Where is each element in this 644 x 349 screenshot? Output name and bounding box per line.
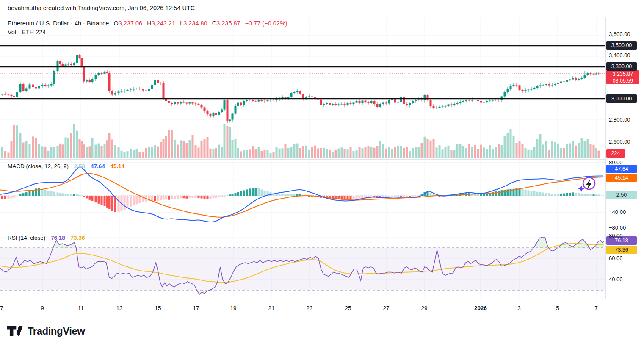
time-tick: 29	[421, 305, 427, 311]
axis-label: 3,600.00	[609, 30, 630, 38]
ohlc-low-value: 3,234.80	[183, 20, 207, 27]
macd-line-value: 47.64	[91, 163, 105, 169]
rsi-value: 76.18	[51, 235, 65, 241]
attribution-bar: bevahmutha created with TradingView.com,…	[0, 0, 644, 17]
macd-signal-value: 45.14	[110, 163, 124, 169]
time-tick: 23	[306, 305, 312, 311]
time-tick: 9	[41, 305, 44, 311]
ohlc-high-value: 3,243.21	[152, 20, 175, 27]
axis-label: −40.00	[609, 208, 626, 216]
time-tick: 21	[268, 305, 274, 311]
ohlc-open-value: 3,237.06	[119, 20, 142, 27]
time-tick: 15	[155, 305, 161, 311]
macd-signal-axis-badge: 45.14	[606, 174, 637, 182]
change-value: −0.77 (−0.02%)	[245, 20, 287, 27]
axis-label: −80.00	[609, 224, 626, 232]
macd-hist-axis-badge: 2.50	[606, 191, 637, 199]
ohlc-low-label: L	[180, 20, 183, 27]
time-tick: 27	[383, 305, 389, 311]
volume-axis-badge: 224	[606, 149, 625, 158]
current-price-badge: 3,235.87 03:05:59	[606, 70, 639, 84]
symbol-title: Ethereum / U.S. Dollar · 4h · Binance	[8, 20, 109, 27]
time-tick: 17	[193, 305, 199, 311]
ohlc-high-label: H	[147, 20, 151, 27]
time-tick: 2026	[474, 305, 487, 311]
axis-label: 40.00	[609, 276, 623, 283]
rsi-title: RSI (14, close)	[8, 235, 45, 241]
tradingview-mark-icon	[7, 325, 24, 338]
axis-label: 60.00	[609, 255, 623, 262]
time-tick: 7	[0, 305, 3, 311]
chart-area[interactable]: Ethereum / U.S. Dollar · 4h · Binance O3…	[0, 17, 644, 299]
ohlc-close-value: 3,235.87	[216, 20, 240, 27]
time-tick: 19	[230, 305, 236, 311]
rsi-ma-value: 73.36	[71, 235, 85, 241]
symbol-legend: Ethereum / U.S. Dollar · 4h · Binance O3…	[8, 20, 287, 27]
chart-canvas[interactable]	[0, 17, 644, 299]
axis-label: 2,800.00	[609, 116, 630, 124]
volume-legend: Vol · ETH 224	[8, 29, 46, 36]
attribution-text: bevahmutha created with TradingView.com,…	[8, 5, 195, 11]
level-badge: 3,300.00	[606, 62, 637, 71]
level-badge: 3,500.00	[606, 41, 637, 50]
rsi-ma-axis-badge: 73.36	[606, 246, 637, 254]
time-tick: 3	[517, 305, 521, 311]
tradingview-snapshot: bevahmutha created with TradingView.com,…	[0, 0, 644, 349]
bar-countdown: 03:05:59	[608, 78, 638, 84]
price-axis[interactable]: 3,235.87 03:05:59 47.64 45.14 2.50 76.18…	[605, 17, 644, 299]
macd-legend: MACD (close, 12, 26, 9) 2.50 47.64 45.14	[8, 163, 124, 169]
axis-label: 80.00	[609, 159, 623, 166]
macd-title: MACD (close, 12, 26, 9)	[8, 163, 69, 169]
rsi-legend: RSI (14, close) 76.18 73.36	[8, 235, 85, 241]
tradingview-wordmark: TradingView	[28, 325, 85, 337]
axis-label: 3,400.00	[609, 52, 630, 59]
time-tick: 13	[116, 305, 122, 311]
ohlc-open-label: O	[113, 20, 118, 27]
time-tick: 11	[78, 305, 84, 311]
volume-value: 224	[36, 29, 46, 36]
volume-label: Vol · ETH	[8, 29, 34, 36]
time-axis[interactable]: 79111315171921232527292026357	[0, 299, 644, 318]
level-badge: 3,000.00	[606, 94, 637, 103]
tradingview-logo[interactable]: TradingView	[7, 322, 85, 341]
time-tick: 25	[345, 305, 351, 311]
macd-hist-value: 2.50	[74, 163, 85, 169]
time-tick: 5	[556, 305, 559, 311]
axis-label: 80.00	[609, 232, 623, 240]
time-tick: 7	[594, 305, 598, 311]
axis-label: 2,600.00	[609, 138, 630, 146]
current-price-value: 3,235.87	[608, 71, 638, 78]
ohlc-close-label: C	[212, 20, 216, 27]
flash-boost-icon[interactable]	[577, 174, 597, 194]
